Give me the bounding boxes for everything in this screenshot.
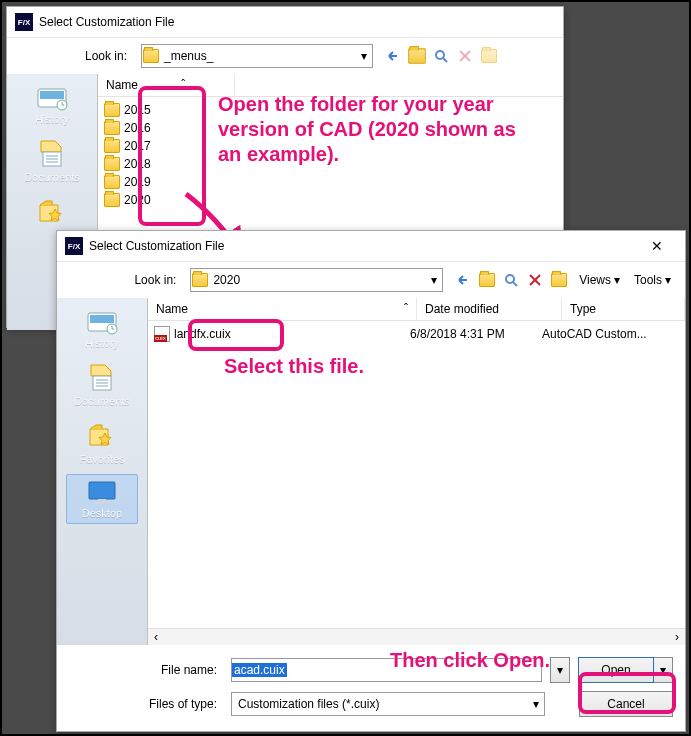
cancel-button[interactable]: Cancel: [579, 691, 673, 717]
sidebar-item-label: History: [85, 337, 119, 349]
folder-icon: [104, 121, 120, 135]
lookin-row: Look in: 2020 ▾ Views▾ Tools▾: [57, 262, 685, 298]
folder-name: 2020: [124, 193, 151, 207]
filename-label: File name:: [57, 663, 223, 677]
sidebar-item-label: History: [35, 113, 69, 125]
filename-dropdown[interactable]: ▾: [550, 657, 570, 683]
open-button[interactable]: Open: [578, 657, 654, 683]
documents-icon: [37, 139, 67, 169]
app-icon: F/X: [15, 13, 33, 31]
titlebar-back: F/X Select Customization File: [7, 7, 563, 38]
horizontal-scrollbar[interactable]: ‹ ›: [148, 628, 685, 645]
sidebar-item-desktop[interactable]: Desktop: [66, 474, 138, 524]
column-header-type[interactable]: Type: [562, 298, 685, 320]
tools-menu[interactable]: Tools▾: [630, 273, 675, 287]
sidebar-item-history[interactable]: History: [16, 80, 88, 130]
filetype-value: Customization files (*.cuix): [232, 697, 528, 711]
lookin-label: Look in:: [7, 49, 135, 63]
sort-icon: ˆ: [404, 302, 408, 316]
chevron-down-icon: ▾: [528, 697, 544, 711]
folder-icon: [142, 49, 160, 63]
folder-name: 2017: [124, 139, 151, 153]
filetype-dropdown[interactable]: Customization files (*.cuix) ▾: [231, 692, 545, 716]
app-icon: F/X: [65, 237, 83, 255]
lookin-dropdown[interactable]: 2020 ▾: [190, 268, 443, 292]
search-button[interactable]: [501, 270, 521, 290]
new-folder-button[interactable]: [479, 46, 499, 66]
svg-line-12: [513, 282, 517, 286]
views-menu[interactable]: Views▾: [575, 273, 624, 287]
delete-button[interactable]: [455, 46, 475, 66]
folder-icon: [104, 157, 120, 171]
window-title: Select Customization File: [39, 15, 555, 29]
svg-rect-23: [98, 499, 106, 502]
folder-icon: [104, 175, 120, 189]
file-row[interactable]: landfx.cuix 6/8/2018 4:31 PM AutoCAD Cus…: [148, 325, 685, 343]
folder-icon: [104, 139, 120, 153]
annotation-text-1: Open the folder for your year version of…: [218, 92, 518, 167]
sidebar-item-label: Favorites: [79, 453, 124, 465]
file-type: AutoCAD Custom...: [542, 327, 679, 341]
open-split[interactable]: ▾: [654, 657, 673, 683]
delete-button[interactable]: [525, 270, 545, 290]
cuix-file-icon: [154, 326, 170, 342]
column-header-date[interactable]: Date modified: [417, 298, 562, 320]
sidebar-item-favorites[interactable]: Favorites: [66, 416, 138, 470]
cancel-label: Cancel: [607, 697, 644, 711]
sidebar-item-label: Desktop: [82, 507, 122, 519]
body: History Documents Favorites Desktop Name…: [57, 298, 685, 645]
documents-icon: [87, 363, 117, 393]
sidebar-item-favorites[interactable]: [16, 192, 88, 232]
filetype-row: Files of type: Customization files (*.cu…: [57, 687, 673, 721]
back-button[interactable]: [453, 270, 473, 290]
tools-label: Tools: [634, 273, 662, 287]
folder-name: 2018: [124, 157, 151, 171]
sidebar-item-history[interactable]: History: [66, 304, 138, 354]
favorites-icon: [37, 197, 67, 227]
places-sidebar: History Documents Favorites Desktop: [57, 298, 148, 645]
annotation-text-2: Select this file.: [224, 354, 364, 379]
back-button[interactable]: [383, 46, 403, 66]
dialog-front: F/X Select Customization File ✕ Look in:…: [56, 230, 686, 732]
column-header-name[interactable]: Name ˆ: [98, 74, 235, 96]
sort-icon: ˆ: [181, 78, 185, 92]
column-header-name[interactable]: Nameˆ: [148, 298, 417, 320]
scroll-right-icon[interactable]: ›: [669, 630, 685, 644]
folder-name: 2016: [124, 121, 151, 135]
bottom-panel: File name: acad.cuix ▾ Open ▾ Files of t…: [57, 645, 685, 733]
favorites-icon: [87, 421, 117, 451]
lookin-row: Look in: _menus_ ▾: [7, 38, 563, 74]
up-folder-button[interactable]: [407, 46, 427, 66]
close-button[interactable]: ✕: [637, 232, 677, 260]
lookin-dropdown[interactable]: _menus_ ▾: [141, 44, 373, 68]
folder-row[interactable]: 2019: [98, 173, 563, 191]
lookin-value: _menus_: [160, 49, 356, 63]
svg-rect-22: [89, 482, 115, 499]
annotation-text-3: Then click Open.: [390, 648, 550, 673]
filename-value: acad.cuix: [232, 663, 287, 677]
svg-point-0: [436, 51, 444, 59]
chevron-down-icon: ▾: [426, 273, 442, 287]
filename-row: File name: acad.cuix ▾ Open ▾: [57, 653, 673, 687]
file-name: landfx.cuix: [174, 327, 231, 341]
scroll-left-icon[interactable]: ‹: [148, 630, 164, 644]
folder-icon: [191, 273, 209, 287]
column-headers: Nameˆ Date modified Type: [148, 298, 685, 321]
titlebar-front: F/X Select Customization File ✕: [57, 231, 685, 262]
lookin-value: 2020: [209, 273, 426, 287]
filetype-label: Files of type:: [57, 697, 223, 711]
sidebar-item-label: Documents: [74, 395, 130, 407]
folder-row[interactable]: 2020: [98, 191, 563, 209]
svg-rect-16: [90, 315, 114, 323]
svg-rect-5: [40, 91, 64, 99]
toolbar: [379, 46, 499, 66]
sidebar-item-documents[interactable]: Documents: [66, 358, 138, 412]
search-button[interactable]: [431, 46, 451, 66]
open-label: Open: [601, 663, 630, 677]
new-folder-button[interactable]: [549, 270, 569, 290]
sidebar-item-documents[interactable]: Documents: [16, 134, 88, 188]
window-title: Select Customization File: [89, 239, 637, 253]
up-folder-button[interactable]: [477, 270, 497, 290]
file-list-area: Nameˆ Date modified Type landfx.cuix 6/8…: [148, 298, 685, 645]
folder-name: 2015: [124, 103, 151, 117]
